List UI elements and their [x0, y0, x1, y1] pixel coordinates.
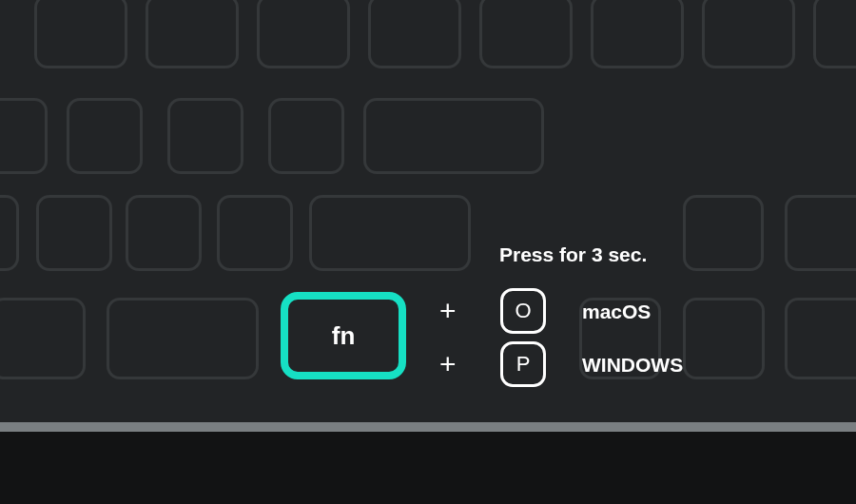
kbd-key: [363, 98, 544, 174]
key-p: P: [500, 341, 546, 387]
kbd-key: [785, 298, 856, 379]
kbd-key: [785, 195, 856, 271]
kbd-key: [36, 195, 112, 271]
key-o: O: [500, 288, 546, 334]
kbd-key: [0, 98, 48, 174]
kbd-key: [309, 195, 471, 271]
keyboard-diagram: fn Press for 3 sec. + O macOS + P WINDOW…: [0, 0, 856, 504]
kbd-key: [683, 298, 765, 379]
kbd-key: [268, 98, 344, 174]
kbd-key: [257, 0, 350, 68]
kbd-key: [167, 98, 243, 174]
key-p-label: P: [516, 352, 531, 377]
kbd-key: [146, 0, 239, 68]
kbd-key: [126, 195, 202, 271]
kbd-key: [67, 98, 143, 174]
kbd-key: [479, 0, 573, 68]
kbd-key: [107, 298, 259, 379]
kbd-key: [683, 195, 764, 271]
os-label-macos: macOS: [582, 300, 651, 323]
kbd-key: [368, 0, 461, 68]
fn-key: fn: [281, 292, 406, 379]
kbd-key: [0, 195, 19, 271]
plus-icon: +: [439, 350, 457, 378]
kbd-key: [702, 0, 795, 68]
kbd-key: [34, 0, 127, 68]
key-o-label: O: [515, 299, 531, 323]
kbd-key: [0, 298, 86, 379]
kbd-key: [591, 0, 684, 68]
instruction-text: Press for 3 sec.: [499, 243, 647, 266]
desk-surface: [0, 432, 856, 504]
desk-edge: [0, 422, 856, 432]
kbd-key: [813, 0, 856, 68]
fn-key-label: fn: [332, 321, 356, 351]
plus-icon: +: [439, 297, 457, 325]
kbd-key: [217, 195, 293, 271]
os-label-windows: WINDOWS: [582, 354, 683, 377]
